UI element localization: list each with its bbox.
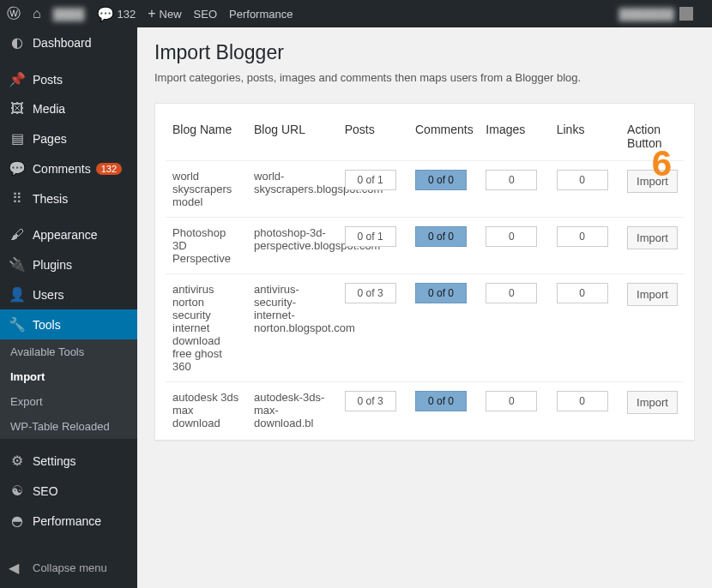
cell-links-count: 0: [557, 226, 608, 247]
menu-label: Posts: [33, 73, 63, 87]
menu-label: Tools: [33, 318, 61, 332]
cell-images-count: 0: [486, 226, 537, 247]
sub-available-tools[interactable]: Available Tools: [0, 339, 137, 364]
cell-blog-name: autodesk 3ds max download: [166, 382, 247, 439]
menu-label: Comments: [33, 162, 91, 176]
th-links: Links: [550, 114, 620, 161]
sidebar-item-comments-icon: 💬: [9, 160, 26, 177]
import-button[interactable]: Import: [627, 283, 678, 306]
cell-posts-count: 0 of 3: [345, 391, 396, 411]
toolbar-new-label: New: [160, 8, 182, 21]
toolbar-performance[interactable]: Performance: [229, 8, 293, 21]
admin-sidebar: ◐Dashboard📌Posts🖾Media▤Pages💬Comments132…: [0, 27, 137, 588]
table-row: Photoshop 3D Perspectivephotoshop-3d-per…: [166, 218, 684, 274]
sidebar-item-dashboard-icon: ◐: [9, 34, 26, 51]
import-blogs-table: Blog Name Blog URL Posts Comments Images…: [166, 114, 684, 438]
sidebar-item-appearance-icon: 🖌: [9, 227, 26, 243]
plus-icon: +: [148, 6, 155, 21]
toolbar-new[interactable]: + New: [148, 6, 181, 21]
cell-links-count: 0: [557, 170, 608, 190]
sidebar-item-seo-icon: ☯: [9, 483, 26, 499]
th-action: Action Button: [620, 114, 684, 161]
sidebar-item-seo[interactable]: ☯SEO: [0, 476, 137, 506]
th-blog-url: Blog URL: [247, 114, 338, 161]
account-name-blurred: ███████: [619, 8, 674, 21]
import-table-card: 6 Blog Name Blog URL Posts Comments Imag…: [154, 103, 695, 441]
sub-wp-table-reloaded[interactable]: WP-Table Reloaded: [0, 414, 137, 439]
sidebar-item-performance[interactable]: ◓Performance: [0, 506, 137, 536]
sidebar-item-plugins[interactable]: 🔌Plugins: [0, 249, 137, 279]
th-posts: Posts: [338, 114, 408, 161]
collapse-menu[interactable]: ◀Collapse menu: [0, 553, 137, 583]
import-button[interactable]: Import: [627, 226, 678, 249]
menu-label: Media: [33, 102, 65, 116]
page-content: Import Blogger Import categories, posts,…: [137, 27, 712, 588]
wordpress-logo-icon[interactable]: ⓦ: [7, 5, 21, 23]
menu-label: Plugins: [33, 258, 72, 272]
sidebar-item-media[interactable]: 🖾Media: [0, 94, 137, 123]
sidebar-item-tools-icon: 🔧: [9, 316, 26, 333]
comment-icon: 💬: [97, 6, 114, 22]
sub-import[interactable]: Import: [0, 364, 137, 389]
page-description: Import categories, posts, images and com…: [154, 71, 695, 84]
collapse-icon: ◀: [9, 560, 26, 576]
cell-images-count: 0: [486, 283, 537, 303]
cell-images-count: 0: [486, 391, 537, 411]
cell-comments-count: 0 of 0: [415, 283, 467, 303]
cell-links-count: 0: [557, 283, 608, 303]
sidebar-item-thesis-icon: ⠿: [9, 190, 26, 207]
comments-badge: 132: [96, 163, 122, 175]
tools-submenu: Available ToolsImportExportWP-Table Relo…: [0, 339, 137, 439]
cell-blog-url: autodesk-3ds-max-download.bl: [247, 382, 338, 439]
avatar-icon: [679, 7, 693, 21]
cell-comments-count: 0 of 0: [415, 226, 467, 247]
sidebar-item-pages-icon: ▤: [9, 130, 26, 147]
menu-label: Thesis: [33, 192, 68, 206]
menu-label: Performance: [33, 514, 101, 528]
sidebar-item-settings[interactable]: ⚙Settings: [0, 446, 137, 476]
import-button[interactable]: Import: [627, 391, 678, 414]
sidebar-item-pages[interactable]: ▤Pages: [0, 123, 137, 153]
menu-label: Appearance: [33, 228, 98, 242]
sub-export[interactable]: Export: [0, 389, 137, 414]
cell-posts-count: 0 of 1: [345, 170, 396, 190]
cell-blog-name: antivirus norton security internet downl…: [166, 274, 247, 382]
cell-images-count: 0: [486, 170, 537, 190]
table-row: world skyscrapers modelworld-skyscrapers…: [166, 161, 684, 218]
cell-blog-url: antivirus-security-internet-norton.blogs…: [247, 274, 338, 382]
sidebar-item-users-icon: 👤: [9, 286, 26, 303]
site-name-blurred[interactable]: ████: [53, 8, 85, 21]
sidebar-item-plugins-icon: 🔌: [9, 256, 26, 273]
menu-label: Users: [33, 288, 64, 302]
sidebar-item-posts[interactable]: 📌Posts: [0, 64, 137, 94]
sidebar-item-media-icon: 🖾: [9, 101, 26, 117]
cell-posts-count: 0 of 3: [345, 283, 396, 303]
sidebar-item-thesis[interactable]: ⠿Thesis: [0, 183, 137, 213]
cell-links-count: 0: [557, 391, 608, 411]
page-title: Import Blogger: [154, 41, 695, 64]
sidebar-item-settings-icon: ⚙: [9, 453, 26, 469]
toolbar-account[interactable]: ███████: [619, 7, 693, 21]
sidebar-item-appearance[interactable]: 🖌Appearance: [0, 220, 137, 249]
table-row: antivirus norton security internet downl…: [166, 274, 684, 382]
admin-toolbar: ⓦ ⌂ ████ 💬 132 + New SEO Performance ███…: [0, 0, 712, 27]
sidebar-item-comments[interactable]: 💬Comments132: [0, 153, 137, 183]
th-comments: Comments: [408, 114, 479, 161]
home-icon[interactable]: ⌂: [33, 6, 41, 21]
table-row: autodesk 3ds max downloadautodesk-3ds-ma…: [166, 382, 684, 439]
cell-comments-count: 0 of 0: [415, 170, 467, 190]
toolbar-comments[interactable]: 💬 132: [97, 6, 136, 22]
sidebar-item-dashboard[interactable]: ◐Dashboard: [0, 27, 137, 57]
sidebar-item-performance-icon: ◓: [9, 513, 26, 529]
menu-label: Settings: [33, 454, 76, 468]
menu-label: Dashboard: [33, 36, 92, 50]
cell-comments-count: 0 of 0: [415, 391, 467, 411]
menu-label: Pages: [33, 132, 67, 146]
sidebar-item-tools[interactable]: 🔧Tools: [0, 309, 137, 339]
import-button[interactable]: Import: [627, 170, 678, 193]
sidebar-item-posts-icon: 📌: [9, 71, 26, 87]
cell-blog-url: photoshop-3d-perspective.blogspot.com: [247, 218, 338, 274]
toolbar-seo[interactable]: SEO: [194, 8, 217, 21]
sidebar-item-users[interactable]: 👤Users: [0, 279, 137, 309]
th-blog-name: Blog Name: [166, 114, 247, 161]
